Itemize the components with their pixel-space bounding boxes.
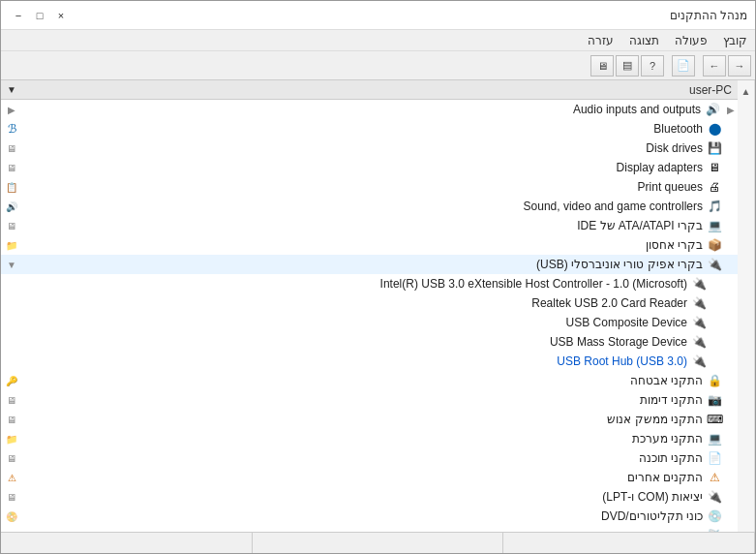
usb-composite-label: USB Composite Device bbox=[1, 316, 691, 329]
ports-label: יציאות (COM ו-LPT) bbox=[18, 490, 707, 504]
display-icon: 🖥 bbox=[707, 160, 722, 175]
window-title: מנהל ההתקנים bbox=[670, 9, 747, 22]
tree-item-ide[interactable]: 💻 בקרי ATA/ATAPI של IDE 🖥 bbox=[1, 216, 738, 235]
security-side-icon: 🔑 bbox=[5, 376, 18, 386]
storage-label: בקרי אחסון bbox=[18, 238, 707, 252]
dvd-side-icon: 📀 bbox=[5, 511, 18, 522]
bluetooth-label: Bluetooth bbox=[18, 122, 707, 136]
usb-mass-label: USB Mass Storage Device bbox=[1, 335, 691, 349]
usb-expand-icon: ▼ bbox=[5, 260, 18, 270]
usb-intel-label: Intel(R) USB 3.0 eXtensible Host Control… bbox=[1, 277, 691, 291]
usb-mass-icon: 🔌 bbox=[691, 334, 707, 350]
ports-side-icon: 🖥 bbox=[5, 492, 18, 503]
menu-view[interactable]: תצוגה bbox=[621, 32, 667, 49]
close-button[interactable]: × bbox=[51, 6, 71, 25]
tree-item-usb-composite[interactable]: 🔌 USB Composite Device bbox=[1, 313, 738, 332]
tree-item-bluetooth[interactable]: ⬤ Bluetooth ℬ bbox=[1, 119, 738, 138]
status-section-3 bbox=[503, 533, 755, 553]
ide-icon: 💻 bbox=[707, 218, 722, 233]
ports-icon: 🔌 bbox=[707, 489, 722, 505]
tree-item-storage[interactable]: 📦 בקרי אחסון 📁 bbox=[1, 235, 738, 255]
print-side-icon: 📋 bbox=[5, 182, 18, 193]
other-label: התקנים אחרים bbox=[18, 471, 707, 484]
software-side-icon: 🖥 bbox=[5, 453, 18, 464]
usb-intel-icon: 🔌 bbox=[691, 276, 707, 292]
tree-item-usb-mass[interactable]: 🔌 USB Mass Storage Device bbox=[1, 332, 738, 352]
window-controls: − □ × bbox=[9, 6, 71, 25]
scroll-up-arrow[interactable]: ▲ bbox=[740, 84, 753, 98]
tree-item-usb-intel[interactable]: 🔌 Intel(R) USB 3.0 eXtensible Host Contr… bbox=[1, 274, 738, 293]
audio-icon: 🔊 bbox=[705, 102, 720, 117]
toolbar-computer-btn[interactable]: 🖥 bbox=[590, 55, 614, 77]
toolbar-help-btn[interactable]: ? bbox=[641, 55, 664, 77]
imaging-side-icon: 🖥 bbox=[5, 395, 18, 406]
tree-item-usb-roothub[interactable]: 🔌 USB Root Hub (USB 3.0) bbox=[1, 352, 738, 371]
tree-item-usb[interactable]: 🔌 בקרי אפיק טורי אוניברסלי (USB) ▼ bbox=[1, 255, 738, 274]
usb-roothub-icon: 🔌 bbox=[691, 354, 707, 369]
status-bar bbox=[1, 532, 755, 553]
tree-item-imaging[interactable]: 📷 התקני דימות 🖥 bbox=[1, 390, 738, 410]
system-icon: 💻 bbox=[707, 431, 722, 446]
system-label: התקני מערכת bbox=[18, 432, 707, 446]
tree-item-ports[interactable]: 🔌 יציאות (COM ו-LPT) 🖥 bbox=[1, 487, 738, 507]
toolbar-back-btn[interactable]: ← bbox=[703, 55, 726, 77]
tree-item-audio[interactable]: ▶ 🔊 Audio inputs and outputs ▶ bbox=[1, 100, 738, 119]
storage-icon: 📦 bbox=[707, 237, 722, 253]
disk-icon: 💾 bbox=[707, 140, 722, 156]
hid-label: התקני ממשק אנוש bbox=[18, 413, 707, 426]
toolbar-list-btn[interactable]: ▤ bbox=[616, 55, 639, 77]
toolbar-doc-btn[interactable]: 📄 bbox=[672, 55, 695, 77]
print-icon: 🖨 bbox=[707, 179, 722, 195]
security-label: התקני אבטחה bbox=[18, 374, 707, 387]
storage-side-icon: 📁 bbox=[5, 240, 18, 251]
tree-item-sound[interactable]: 🎵 Sound, video and game controllers 🔊 bbox=[1, 197, 738, 216]
security-icon: 🔒 bbox=[707, 373, 722, 388]
minimize-button[interactable]: − bbox=[9, 6, 28, 25]
menu-bar: קובץ פעולה תצוגה עזרה bbox=[1, 30, 755, 51]
ide-label: בקרי ATA/ATAPI של IDE bbox=[18, 219, 707, 232]
system-side-icon: 📁 bbox=[5, 434, 18, 445]
menu-action[interactable]: פעולה bbox=[667, 32, 715, 49]
tree-item-security[interactable]: 🔒 התקני אבטחה 🔑 bbox=[1, 371, 738, 390]
other-side-icon: ⚠ bbox=[5, 473, 18, 483]
menu-help[interactable]: עזרה bbox=[580, 32, 621, 49]
main-area: ▲ user-PC ▼ ▶ 🔊 Audio inputs and outputs… bbox=[1, 80, 755, 532]
disk-side-icon: 🖥 bbox=[5, 143, 18, 154]
audio-expand-icon: ▶ bbox=[5, 105, 18, 115]
tree-item-display[interactable]: 🖥 Display adapters 🖥 bbox=[1, 158, 738, 177]
software-icon: 📄 bbox=[707, 450, 722, 466]
maximize-button[interactable]: □ bbox=[30, 6, 49, 25]
other-icon: ⚠ bbox=[707, 470, 722, 485]
software-label: התקני תוכנה bbox=[18, 451, 707, 465]
status-section-2 bbox=[253, 533, 504, 553]
usb-label: בקרי אפיק טורי אוניברסלי (USB) bbox=[18, 258, 707, 271]
tree-item-print[interactable]: 🖨 Print queues 📋 bbox=[1, 177, 738, 197]
usb-realtek-label: Realtek USB 2.0 Card Reader bbox=[1, 296, 691, 310]
tree-item-system[interactable]: 💻 התקני מערכת 📁 bbox=[1, 429, 738, 448]
tree-root-arrow: ▼ bbox=[7, 84, 16, 95]
device-tree[interactable]: user-PC ▼ ▶ 🔊 Audio inputs and outputs ▶… bbox=[1, 80, 738, 532]
tree-root-label: user-PC bbox=[689, 83, 732, 97]
usb-realtek-icon: 🔌 bbox=[691, 295, 707, 311]
toolbar-forward-btn[interactable]: → bbox=[728, 55, 751, 77]
status-section-1 bbox=[1, 533, 253, 553]
tree-item-usb-realtek[interactable]: 🔌 Realtek USB 2.0 Card Reader bbox=[1, 293, 738, 313]
menu-file[interactable]: קובץ bbox=[715, 32, 755, 49]
hid-icon: ⌨ bbox=[707, 412, 722, 427]
tree-item-diskdrives[interactable]: 💾 Disk drives 🖥 bbox=[1, 138, 738, 158]
audio-right-icons: ▶ bbox=[720, 105, 738, 115]
imaging-icon: 📷 bbox=[707, 392, 722, 408]
tree-item-other[interactable]: ⚠ התקנים אחרים ⚠ bbox=[1, 468, 738, 487]
audio-chevron-icon: ▶ bbox=[724, 105, 738, 115]
tree-item-software[interactable]: 📄 התקני תוכנה 🖥 bbox=[1, 448, 738, 468]
dvd-label: כוני תקליטורים/DVD bbox=[18, 509, 707, 523]
tree-item-dvd[interactable]: 💿 כוני תקליטורים/DVD 📀 bbox=[1, 507, 738, 526]
dvd-icon: 💿 bbox=[707, 508, 722, 524]
sound-label: Sound, video and game controllers bbox=[18, 200, 707, 213]
imaging-label: התקני דימות bbox=[18, 393, 707, 407]
left-gutter: ▲ bbox=[738, 80, 755, 532]
usb-composite-icon: 🔌 bbox=[691, 315, 707, 330]
tree-item-hid[interactable]: ⌨ התקני ממשק אנוש 🖥 bbox=[1, 410, 738, 429]
main-window: מנהל ההתקנים − □ × קובץ פעולה תצוגה עזרה… bbox=[0, 0, 756, 554]
toolbar: 🖥 ▤ ? 📄 ← → bbox=[1, 51, 755, 80]
